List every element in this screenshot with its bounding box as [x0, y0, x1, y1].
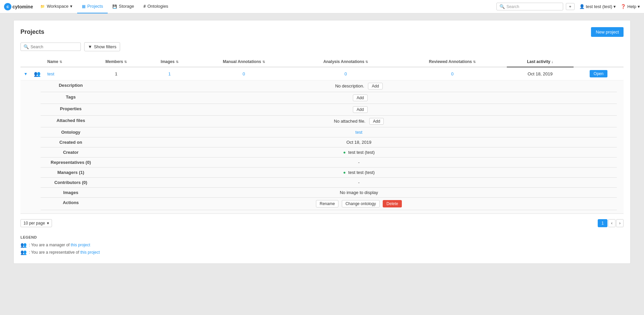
tags-add-button[interactable]: Add: [353, 94, 367, 101]
help-label: Help: [627, 4, 636, 9]
show-filters-button[interactable]: ▼ Show filters: [84, 42, 120, 51]
next-page-button[interactable]: ›: [616, 219, 624, 227]
pagination-buttons: 1 ‹ ›: [598, 219, 624, 227]
storage-icon: [112, 4, 117, 9]
th-last-activity[interactable]: Last activity: [507, 57, 574, 67]
brand-name: cytomine: [12, 4, 33, 9]
representatives-label: Representatives (0): [41, 158, 101, 168]
attached-files-add-button[interactable]: Add: [369, 118, 384, 125]
actions-value: Rename Change ontology Delete: [101, 198, 617, 210]
navbar: c cytomine Workspace ▦ Projects Storage …: [0, 0, 644, 13]
page-1-button[interactable]: 1: [598, 219, 607, 227]
detail-table: Description No description. Add Tags: [41, 80, 617, 210]
row-icon-cell: 👥: [31, 67, 44, 80]
global-search-box[interactable]: 🔍: [496, 3, 563, 10]
search-icon: 🔍: [499, 4, 505, 9]
created-on-value: Oct 18, 2019: [101, 137, 617, 147]
legend-title: LEGEND: [20, 235, 624, 239]
table-row: ▾ 👥 test 1 1 0: [20, 67, 624, 80]
row-name-cell: test: [44, 67, 88, 80]
nav-right: 🔍 + 👤 test test (test) ❓ Help: [496, 3, 640, 10]
last-activity-sort-icon: [551, 59, 553, 64]
user-menu[interactable]: 👤 test test (test): [577, 4, 618, 9]
managers-value: ● test test (test): [101, 168, 617, 178]
toolbar: 🔍 ▼ Show filters: [20, 42, 624, 51]
help-chevron-icon: [638, 4, 640, 9]
properties-label: Properties: [41, 104, 101, 116]
sidebar-item-ontologies[interactable]: Ontologies: [139, 0, 173, 13]
managers-label: Managers (1): [41, 168, 101, 178]
new-project-button[interactable]: New project: [591, 27, 624, 37]
th-expand: [20, 57, 31, 67]
members-sort-icon: [124, 59, 127, 64]
attached-files-value: No attached file. Add: [101, 116, 617, 127]
created-on-label: Created on: [41, 137, 101, 147]
projects-table: Name Members Images Manual Annotations: [20, 57, 624, 214]
manager-status-dot: ●: [343, 170, 346, 175]
legend-manager-text: : You are a manager of this project: [29, 243, 90, 247]
legend-item-representative: 👥 : You are a representative of this pro…: [20, 249, 624, 255]
per-page-label: 10 per page: [23, 221, 45, 226]
th-members[interactable]: Members: [88, 57, 145, 67]
sidebar-item-projects[interactable]: ▦ Projects: [77, 0, 108, 13]
row-open-cell: Open: [574, 67, 624, 80]
row-members-cell: 1: [88, 67, 145, 80]
sidebar-item-storage[interactable]: Storage: [108, 0, 139, 13]
th-analysis-annotations[interactable]: Analysis Annotations: [293, 57, 398, 67]
detail-images-row: Images No image to display: [41, 188, 617, 198]
user-icon: 👤: [579, 4, 585, 9]
projects-panel: Projects New project 🔍 ▼ Show filters N: [13, 20, 631, 264]
images-link[interactable]: 1: [168, 71, 171, 76]
project-name-link[interactable]: test: [47, 71, 54, 76]
analysis-annotations-link[interactable]: 0: [344, 71, 347, 76]
detail-created-on-row: Created on Oct 18, 2019: [41, 137, 617, 147]
detail-properties-row: Properties Add: [41, 104, 617, 116]
grid-icon: ▦: [82, 4, 86, 9]
delete-button[interactable]: Delete: [383, 200, 402, 207]
legend-manager-link[interactable]: this project: [71, 243, 90, 247]
manual-annotations-link[interactable]: 0: [243, 71, 245, 76]
global-search-input[interactable]: [506, 4, 560, 9]
name-sort-icon: [59, 59, 62, 64]
table-search-input[interactable]: [31, 45, 78, 49]
detail-images-value: No image to display: [101, 188, 617, 198]
row-images-cell: 1: [145, 67, 195, 80]
hash-icon: [144, 4, 146, 9]
prev-page-button[interactable]: ‹: [608, 219, 615, 227]
navbar-menu: Workspace ▦ Projects Storage Ontologies: [36, 0, 496, 13]
ontology-label: Ontology: [41, 127, 101, 137]
properties-add-button[interactable]: Add: [353, 106, 367, 113]
row-last-activity-cell: Oct 18, 2019: [507, 67, 574, 80]
th-reviewed-annotations[interactable]: Reviewed Annotations: [398, 57, 507, 67]
table-search-box[interactable]: 🔍: [20, 43, 81, 51]
analysis-sort-icon: [365, 59, 368, 64]
th-images[interactable]: Images: [145, 57, 195, 67]
filter-icon: ▼: [88, 44, 92, 49]
ontology-link[interactable]: test: [356, 130, 363, 135]
reviewed-annotations-link[interactable]: 0: [451, 71, 453, 76]
th-manual-annotations[interactable]: Manual Annotations: [194, 57, 293, 67]
row-expand-button[interactable]: ▾: [24, 71, 27, 76]
detail-creator-row: Creator ● test test (test): [41, 147, 617, 158]
per-page-chevron-icon: ▾: [47, 221, 49, 226]
description-add-button[interactable]: Add: [368, 83, 382, 89]
help-menu[interactable]: ❓ Help: [621, 4, 640, 9]
legend-representative-link[interactable]: this project: [80, 250, 100, 255]
tags-value: Add: [101, 92, 617, 104]
user-label: test test (test): [586, 4, 612, 9]
per-page-select[interactable]: 10 per page ▾: [20, 219, 52, 227]
cytomine-logo[interactable]: c cytomine: [4, 3, 33, 10]
contributors-label: Contributors (0): [41, 178, 101, 188]
change-ontology-button[interactable]: Change ontology: [342, 200, 380, 207]
brand: c cytomine: [4, 3, 33, 10]
add-button[interactable]: +: [566, 3, 575, 10]
th-name[interactable]: Name: [44, 57, 88, 67]
detail-description-row: Description No description. Add: [41, 80, 617, 92]
sidebar-item-workspace[interactable]: Workspace: [36, 0, 77, 13]
properties-value: Add: [101, 104, 617, 116]
detail-actions-row: Actions Rename Change ontology Delete: [41, 198, 617, 210]
user-chevron-icon: [613, 4, 616, 9]
open-project-button[interactable]: Open: [590, 70, 607, 77]
description-label: Description: [41, 80, 101, 92]
rename-button[interactable]: Rename: [316, 200, 338, 207]
